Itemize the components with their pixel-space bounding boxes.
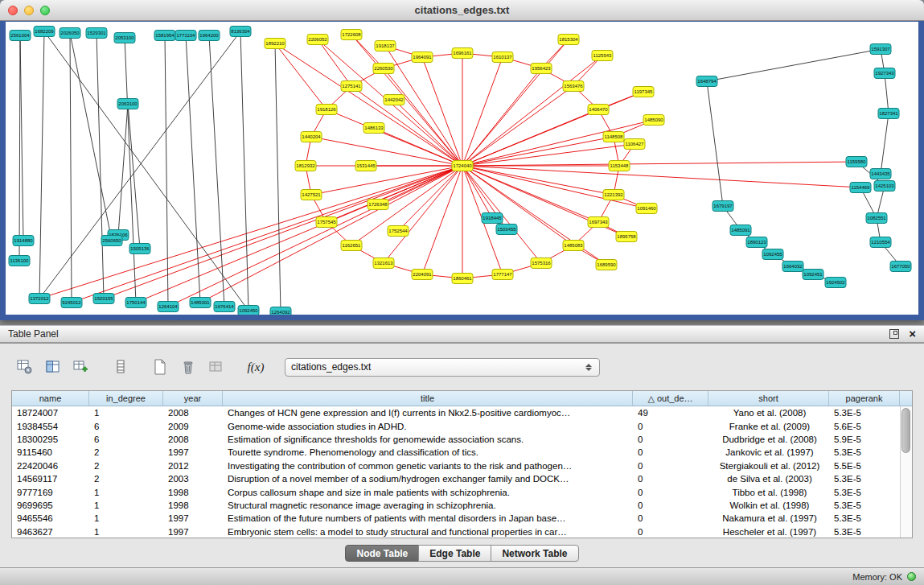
close-window-button[interactable] — [8, 6, 18, 15]
graph-node[interactable]: 1726348 — [368, 200, 388, 210]
graph-node[interactable]: 1676414 — [214, 302, 235, 312]
graph-node[interactable]: 1697343 — [588, 217, 609, 228]
graph-node[interactable]: 1812932 — [295, 161, 316, 171]
graph-node[interactable]: 1964091 — [412, 52, 433, 63]
scrollbar-thumb[interactable] — [901, 408, 910, 453]
graph-node[interactable]: 1777147 — [492, 270, 513, 280]
graph-node[interactable]: 1918445 — [482, 213, 503, 224]
table-row[interactable]: 946362711997Embryonic stem cells: a mode… — [12, 525, 900, 538]
graph-node[interactable]: 9245012 — [61, 298, 82, 308]
graph-node[interactable]: 1956423 — [531, 64, 552, 74]
graph-node[interactable]: 1682209 — [34, 27, 55, 37]
graph-node[interactable]: 1664032 — [782, 262, 803, 272]
tab-node-table[interactable]: Node Table — [345, 545, 419, 562]
tab-edge-table[interactable]: Edge Table — [418, 545, 491, 562]
table-row[interactable]: 1456911722003Disruption of a novel membe… — [12, 472, 900, 485]
graph-node[interactable]: 1159580 — [846, 157, 867, 167]
graph-node[interactable]: 1221392 — [603, 190, 624, 200]
float-panel-icon[interactable] — [889, 329, 899, 339]
graph-node[interactable]: 1092451 — [803, 270, 823, 280]
table-source-combo[interactable]: citations_edges.txt — [285, 358, 600, 377]
graph-node[interactable]: 1610137 — [492, 52, 513, 63]
column-header[interactable]: pagerank — [829, 391, 900, 406]
close-panel-icon[interactable]: × — [909, 329, 916, 339]
import-table-button[interactable] — [71, 356, 92, 377]
column-header[interactable]: △ out_de… — [633, 391, 708, 406]
table-row[interactable]: 2242004622012Investigating the contribut… — [12, 459, 900, 472]
graph-node[interactable]: 1443435 — [870, 169, 891, 179]
table-row[interactable]: 911546021997Tourette syndrome. Phenomeno… — [12, 446, 900, 459]
graph-node[interactable]: 1918126 — [316, 105, 337, 115]
column-header[interactable]: short — [708, 391, 829, 406]
graph-node[interactable]: 1679197 — [713, 201, 733, 212]
graph-node[interactable]: 2204091 — [412, 270, 433, 280]
graph-node[interactable]: 1372012 — [29, 294, 50, 304]
graph-node[interactable]: 2206052 — [307, 35, 328, 45]
graph-node[interactable]: 1503455 — [496, 225, 517, 235]
graph-node[interactable]: 1722608 — [341, 30, 362, 40]
graph-node[interactable]: 1440204 — [301, 132, 322, 142]
graph-node[interactable]: 1529301 — [86, 28, 107, 39]
table-row[interactable]: 969969511998Structural magnetic resonanc… — [12, 499, 900, 512]
graph-node[interactable]: 1648794 — [696, 76, 717, 87]
column-header[interactable]: title — [223, 391, 633, 406]
new-table-button[interactable] — [150, 356, 170, 377]
graph-node[interactable]: 1689590 — [596, 260, 617, 270]
graph-node[interactable]: 1591307 — [870, 44, 891, 55]
graph-node[interactable]: 1750144 — [125, 298, 146, 308]
graph-node[interactable]: 1106427 — [624, 139, 645, 150]
graph-node[interactable]: 1210554 — [870, 237, 891, 248]
graph-node[interactable]: 1531445 — [355, 161, 376, 171]
row-options-button[interactable] — [110, 356, 131, 377]
table-vertical-scrollbar[interactable] — [900, 406, 912, 538]
table-row[interactable]: 1938455462009Genome-wide association stu… — [12, 419, 900, 432]
graph-node[interactable]: 1724040 — [452, 161, 473, 171]
graph-node[interactable]: 1485090 — [643, 115, 664, 126]
table-settings-button[interactable] — [14, 356, 35, 377]
network-graph[interactable]: 1724040115344812213921697343148508315753… — [6, 22, 918, 315]
table-row[interactable]: 1830029562008Estimation of significance … — [12, 433, 900, 446]
graph-node[interactable]: 1321613 — [373, 258, 394, 269]
graph-node[interactable]: 1918137 — [375, 41, 396, 51]
graph-node[interactable]: 1125543 — [592, 51, 613, 61]
graph-node[interactable]: 1757545 — [316, 217, 337, 228]
graph-node[interactable]: 1427521 — [301, 190, 322, 200]
show-columns-button[interactable] — [43, 356, 64, 377]
graph-node[interactable]: 2026050 — [60, 28, 80, 39]
table-row[interactable]: 946554611997Estimation of the future num… — [12, 512, 900, 525]
graph-node[interactable]: 1425103 — [874, 181, 895, 192]
function-builder-button[interactable]: f(x) — [245, 356, 266, 377]
graph-node[interactable]: 1503155 — [93, 294, 114, 304]
graph-node[interactable]: 2561004 — [10, 31, 31, 41]
graph-node[interactable]: 1082551 — [866, 213, 887, 224]
graph-node[interactable]: 1581954 — [154, 31, 175, 41]
graph-node[interactable]: 1264104 — [158, 302, 179, 312]
graph-node[interactable]: 1486133 — [363, 123, 384, 134]
graph-node[interactable]: 1860461 — [452, 274, 473, 284]
graph-node[interactable]: 1485083 — [563, 241, 584, 251]
graph-node[interactable]: 8136304 — [230, 27, 251, 37]
graph-node[interactable]: 1964200 — [199, 31, 220, 41]
column-header[interactable]: year — [163, 391, 223, 406]
graph-node[interactable]: 1815304 — [558, 35, 579, 45]
graph-node[interactable]: 1264092 — [270, 307, 291, 315]
graph-node[interactable]: 1890123 — [746, 237, 767, 248]
graph-node[interactable]: 1927343 — [874, 68, 895, 79]
graph-node[interactable]: 1696161 — [452, 48, 473, 59]
graph-node[interactable]: 1827341 — [878, 109, 899, 119]
graph-node[interactable]: 1442042 — [384, 95, 405, 105]
minimize-window-button[interactable] — [24, 6, 34, 15]
graph-node[interactable]: 1136100 — [9, 256, 30, 266]
graph-node[interactable]: 1275141 — [341, 81, 362, 92]
graph-node[interactable]: 1914880 — [13, 236, 34, 246]
graph-node[interactable]: 1771104 — [175, 31, 196, 41]
window-titlebar[interactable]: citations_edges.txt — [0, 0, 924, 21]
graph-node[interactable]: 2260530 — [373, 64, 394, 74]
graph-node[interactable]: 1162651 — [341, 241, 362, 251]
graph-node[interactable]: 1575316 — [531, 258, 552, 269]
network-canvas[interactable]: 1724040115344812213921697343148508315753… — [6, 22, 918, 315]
graph-node[interactable]: 1154469 — [850, 183, 871, 193]
graph-node[interactable]: 1091460 — [636, 204, 657, 214]
column-header[interactable]: name — [12, 391, 89, 406]
graph-node[interactable]: 1148508 — [603, 132, 624, 142]
